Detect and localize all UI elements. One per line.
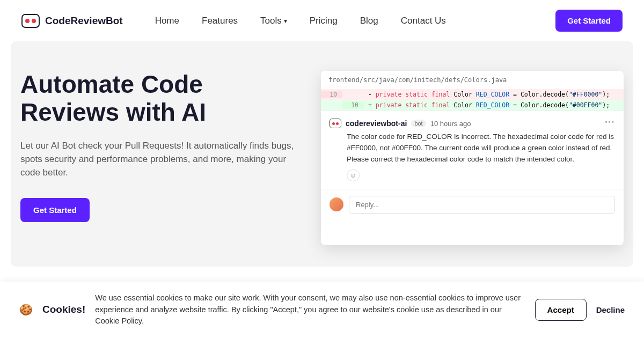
- nav-tools[interactable]: Tools ▾: [260, 16, 287, 26]
- diff-code-removed: - private static final Color RED_COLOR =…: [364, 91, 610, 98]
- nav-pricing[interactable]: Pricing: [310, 16, 338, 26]
- logo[interactable]: CodeReviewBot: [21, 14, 123, 28]
- line-number-blank: [342, 91, 364, 98]
- nav-contact[interactable]: Contact Us: [401, 16, 446, 26]
- cookie-decline-button[interactable]: Decline: [596, 305, 625, 314]
- user-avatar[interactable]: [330, 197, 343, 211]
- comment-section: ••• codereviewbot-ai bot 10 hours ago Th…: [321, 111, 624, 189]
- nav-blog[interactable]: Blog: [360, 16, 378, 26]
- cookie-accept-button[interactable]: Accept: [535, 299, 587, 321]
- hero-section: Automate Code Reviews with AI Let our AI…: [11, 41, 633, 267]
- nav-tools-label: Tools: [260, 16, 282, 26]
- main-nav: Home Features Tools ▾ Pricing Blog Conta…: [155, 16, 535, 26]
- comment-body: The color code for RED_COLOR is incorrec…: [330, 131, 615, 165]
- reply-input[interactable]: [349, 196, 615, 214]
- cookie-text: We use essential cookies to make our sit…: [95, 292, 525, 327]
- cookie-banner: 🍪 Cookies! We use essential cookies to m…: [0, 282, 644, 338]
- diff-code-added: + private static final Color RED_COLOR =…: [364, 101, 610, 109]
- chevron-down-icon: ▾: [284, 17, 287, 25]
- comment-header: codereviewbot-ai bot 10 hours ago: [330, 119, 615, 128]
- brand-name: CodeReviewBot: [45, 15, 123, 27]
- header-cta-button[interactable]: Get Started: [555, 10, 623, 32]
- reply-section: [321, 189, 624, 220]
- diff-line-removed: 10 - private static final Color RED_COLO…: [321, 89, 624, 100]
- hero-title: Automate Code Reviews with AI: [20, 71, 305, 126]
- diff-line-added: 10 + private static final Color RED_COLO…: [321, 100, 624, 111]
- line-number-new: 10: [342, 101, 364, 109]
- hero-description: Let our AI Bot check your Pull Requests!…: [20, 139, 294, 179]
- nav-features[interactable]: Features: [202, 16, 238, 26]
- hero-cta-button[interactable]: Get Started: [20, 198, 90, 222]
- bot-icon: [21, 14, 40, 28]
- line-number-blank: [321, 101, 342, 109]
- comment-timestamp: 10 hours ago: [430, 120, 471, 128]
- comment-author[interactable]: codereviewbot-ai: [346, 119, 407, 128]
- hero-content: Automate Code Reviews with AI Let our AI…: [20, 71, 305, 245]
- header: CodeReviewBot Home Features Tools ▾ Pric…: [0, 0, 644, 41]
- line-number-old: 10: [321, 91, 342, 98]
- more-icon[interactable]: •••: [605, 119, 615, 126]
- reaction-button[interactable]: ☺: [347, 170, 360, 181]
- file-path: frontend/src/java/com/initech/defs/Color…: [321, 71, 624, 89]
- cookie-icon: 🍪: [19, 303, 33, 316]
- cookie-title: Cookies!: [42, 304, 85, 315]
- code-review-card: frontend/src/java/com/initech/defs/Color…: [321, 71, 624, 245]
- bot-badge: bot: [411, 120, 426, 127]
- nav-home[interactable]: Home: [155, 16, 179, 26]
- bot-avatar-icon: [330, 119, 341, 128]
